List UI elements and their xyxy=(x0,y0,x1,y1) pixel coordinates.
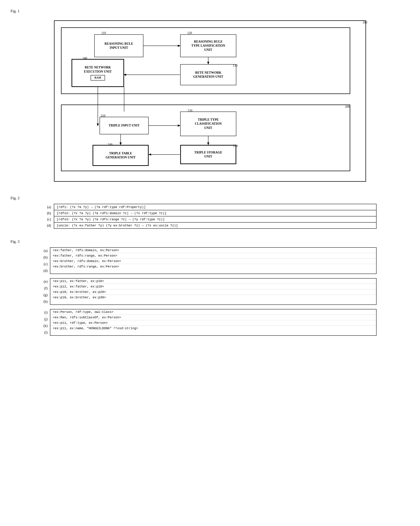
fig3-group1-box: <ex:father, rdfs:domain, ex:Person><ex:f… xyxy=(50,247,377,274)
ref-240: 240 xyxy=(108,143,112,146)
fig3-row-content: <ex:p10, ex:brother, ex:p30> xyxy=(50,295,376,300)
fig3-row-content: <ex:father, rdfs:domain, ex:Person> xyxy=(50,248,376,253)
unit-120: REASONING RULETYPE LASSIFICATIONUNIT xyxy=(180,34,236,57)
fig2-row: (b)[rdfs2: (?x ?a ?y) (?a rdfs:domain ?z… xyxy=(43,210,376,216)
fig2-row: (d)[uncle: (?x ex:father ?y) (?y ex:brot… xyxy=(43,223,376,229)
fig3-row-label: (e) xyxy=(43,278,50,285)
ref-200: 200 xyxy=(345,105,350,109)
fig2-row-label: (a) xyxy=(43,204,54,210)
fig2-row: (c)[rdfs3: (?x ?a ?y) (?a rdfs:range ?z)… xyxy=(43,216,376,223)
fig2-row-content: [uncle: (?x ex:father ?y) (?y ex:brother… xyxy=(54,223,376,229)
fig3-row-content: <ex:brother, rdfs:domain, ex:Person> xyxy=(50,259,376,264)
fig2-label: Fig. 2 xyxy=(10,196,410,200)
fig3-row-content: <ex:p10, ex:brother, ex:p20> xyxy=(50,289,376,295)
fig3-group2-labels: (e)(f)(g)(h) xyxy=(43,278,50,305)
ref-210: 210 xyxy=(101,114,105,118)
fig2-content: (a)[rdf1: (?x ?a ?y) → (?a rdf:type rdf:… xyxy=(43,204,377,229)
fig3-row-content: <ex:p11, ex:name, "HONGGILDONG" ^^xsd:st… xyxy=(50,326,376,331)
fig3-group2-box: <ex:p11, ex:father, ex:p10><ex:p12, ex:f… xyxy=(50,278,377,305)
ref-230: 230 xyxy=(233,144,238,148)
fig3-group1-labels: (a)(b)(c)(d) xyxy=(43,247,50,274)
fig3-row-label: (k) xyxy=(43,322,50,329)
fig1-label: Fig. 1 xyxy=(10,9,410,13)
fig3-row-content: <ex:p12, ex:father, ex:p10> xyxy=(50,284,376,289)
unit-140-ram: RAM xyxy=(91,75,105,81)
fig3-row-label: (g) xyxy=(43,292,50,298)
fig3-row-label: (i) xyxy=(43,309,50,316)
fig3-row-label: (f) xyxy=(43,285,50,292)
fig3-row-label: (c) xyxy=(43,261,50,267)
ref-100: 100 xyxy=(362,21,367,24)
ref-220: 220 xyxy=(188,109,192,113)
fig3-section: Fig. 3 (a)(b)(c)(d) <ex:father, rdfs:dom… xyxy=(10,239,410,336)
unit-220: TRIPLE TYPECLASSIFICATIONUNIT xyxy=(180,111,236,136)
fig3-row-content: <ex:Man, rdfs:subClassOf, ex:Person> xyxy=(50,315,376,320)
fig3-row-label: (b) xyxy=(43,254,50,261)
fig3-row-label: (j) xyxy=(43,316,50,322)
fig1-section: Fig. 1 100 200 REASONING RULEINPUT UNIT … xyxy=(10,9,410,185)
fig2-row: (a)[rdf1: (?x ?a ?y) → (?a rdf:type rdf:… xyxy=(43,204,376,210)
fig3-group3-box: <ex:Person, rdf:type, owl:Class><ex:Man,… xyxy=(50,309,377,336)
unit-110: REASONING RULEINPUT UNIT xyxy=(94,34,143,57)
fig3-group3: (i)(j)(k)(l) <ex:Person, rdf:type, owl:C… xyxy=(43,309,377,336)
unit-210: TRIPLE INPUT UNIT xyxy=(100,117,149,134)
fig3-row-label: (a) xyxy=(43,247,50,254)
fig3-content: (a)(b)(c)(d) <ex:father, rdfs:domain, ex… xyxy=(43,247,377,336)
fig3-group3-labels: (i)(j)(k)(l) xyxy=(43,309,50,336)
fig2-row-content: [rdfs2: (?x ?a ?y) (?a rdfs:domain ?z) →… xyxy=(54,210,376,216)
unit-230: TRIPLE STORAGEUNIT xyxy=(180,145,236,164)
fig3-row-content: <ex:brother, rdfs:range, ex:Person> xyxy=(50,264,376,269)
fig3-row-content: <ex:p11, ex:father, ex:p10> xyxy=(50,279,376,284)
unit-130: RETE NETWORKGENERATION UNIT xyxy=(180,64,236,85)
fig2-row-label: (b) xyxy=(43,210,54,216)
ref-120: 120 xyxy=(187,31,192,35)
fig3-row-label: (d) xyxy=(43,267,50,274)
fig3-group2: (e)(f)(g)(h) <ex:p11, ex:father, ex:p10>… xyxy=(43,278,377,305)
fig3-row-content: <ex:father, rdfs:range, ex:Person> xyxy=(50,253,376,259)
unit-140: RETE NETWORKEXECUTION UNIT RAM xyxy=(71,59,124,87)
fig3-group1: (a)(b)(c)(d) <ex:father, rdfs:domain, ex… xyxy=(43,247,377,274)
fig3-row-label: (h) xyxy=(43,298,50,305)
unit-240: TRIPLE TABLEGENERATION UNIT xyxy=(92,145,149,166)
fig3-row-content: <ex:p11, rdf:type, ex:Person> xyxy=(50,320,376,326)
fig2-table: (a)[rdf1: (?x ?a ?y) → (?a rdf:type rdf:… xyxy=(43,204,377,229)
fig3-row-label: (l) xyxy=(43,329,50,336)
fig2-row-content: [rdfs3: (?x ?a ?y) (?a rdfs:range ?z) → … xyxy=(54,216,376,223)
fig3-row-content: <ex:Person, rdf:type, owl:Class> xyxy=(50,309,376,315)
ref-130: 130 xyxy=(233,64,238,68)
fig2-row-label: (d) xyxy=(43,223,54,229)
fig1-diagram: 100 200 REASONING RULEINPUT UNIT 110 REA… xyxy=(43,17,377,185)
fig2-row-label: (c) xyxy=(43,216,54,223)
ref-110: 110 xyxy=(101,31,106,35)
fig2-section: Fig. 2 (a)[rdf1: (?x ?a ?y) → (?a rdf:ty… xyxy=(10,196,410,229)
fig2-row-content: [rdf1: (?x ?a ?y) → (?a rdf:type rdf:Pro… xyxy=(54,204,376,210)
fig3-label: Fig. 3 xyxy=(10,239,410,244)
ref-140: 140 xyxy=(82,56,87,60)
